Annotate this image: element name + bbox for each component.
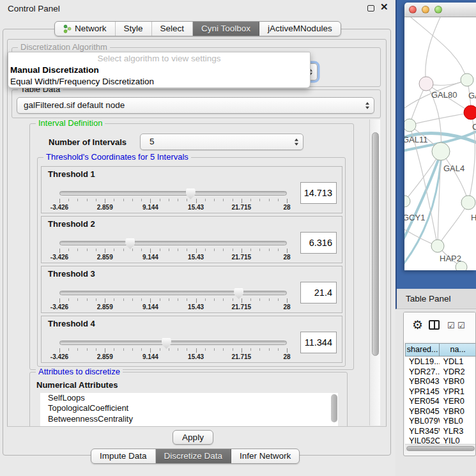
- tick-mark: [96, 348, 96, 351]
- node-label: GAL4: [443, 164, 464, 173]
- threshold-slider[interactable]: [59, 291, 287, 295]
- checkbox-icon[interactable]: ☑: [457, 321, 465, 330]
- apply-button[interactable]: Apply: [173, 430, 213, 445]
- horizontal-scrollbar-thumb[interactable]: [406, 446, 475, 451]
- table-row[interactable]: YBR045CYBR0: [405, 406, 476, 417]
- slider-thumb[interactable]: [186, 188, 196, 199]
- tick-label: 2.859: [97, 303, 113, 311]
- table-row[interactable]: YLR345WYLR3: [405, 426, 476, 436]
- tick-mark: [187, 298, 187, 301]
- gear-icon[interactable]: ⚙: [412, 318, 423, 332]
- split-columns-icon[interactable]: [429, 320, 440, 330]
- float-window-icon[interactable]: [367, 5, 374, 12]
- tab-discretize-data[interactable]: Discretize Data: [156, 449, 232, 463]
- tick-mark: [77, 298, 78, 301]
- attribute-list-item[interactable]: BetweennessCentrality: [40, 414, 338, 424]
- minimize-traffic-light-icon[interactable]: [422, 6, 429, 13]
- slider-thumb[interactable]: [234, 288, 243, 299]
- panel-scrollbar[interactable]: [369, 119, 380, 426]
- tick-mark: [123, 249, 124, 251]
- close-traffic-light-icon[interactable]: [409, 6, 417, 13]
- tick-mark: [250, 199, 251, 201]
- tick-label: 28: [283, 254, 290, 261]
- network-edge[interactable]: [438, 151, 441, 246]
- numerical-attributes-list[interactable]: SelfLoopsTopologicalCoefficientBetweenne…: [40, 393, 338, 426]
- network-edge[interactable]: [411, 17, 467, 80]
- threshold-label: Threshold 2: [48, 219, 95, 229]
- table-row[interactable]: YPR145WYPR1: [405, 387, 476, 397]
- column-header-name[interactable]: na...: [440, 343, 476, 357]
- slider-ticks: [59, 199, 287, 204]
- tab-infer-network[interactable]: Infer Network: [231, 449, 299, 463]
- slider-thumb[interactable]: [125, 238, 135, 249]
- network-node[interactable]: [461, 196, 475, 210]
- tab-impute-data[interactable]: Impute Data: [91, 449, 156, 463]
- node-label: C: [472, 122, 476, 132]
- zoom-traffic-light-icon[interactable]: [434, 6, 442, 13]
- tick-mark: [132, 298, 133, 301]
- tab-jactivemnodules[interactable]: jActiveMNodules: [259, 22, 341, 36]
- tick-mark: [223, 298, 224, 301]
- threshold-value-field[interactable]: 11.344: [300, 332, 337, 353]
- panel-scrollbar-thumb[interactable]: [372, 132, 379, 356]
- tick-mark: [160, 199, 160, 201]
- dropdown-item[interactable]: Equal Width/Frequency Discretization: [8, 76, 310, 88]
- network-edge[interactable]: [438, 203, 468, 246]
- network-node[interactable]: [464, 105, 476, 119]
- network-node[interactable]: [431, 240, 444, 252]
- num-intervals-label: Number of Intervals: [49, 137, 127, 147]
- network-node[interactable]: [404, 119, 416, 132]
- dropdown-item[interactable]: Manual Discretization: [8, 65, 310, 76]
- tick-mark: [169, 199, 169, 201]
- table-data-combobox[interactable]: galFiltered.sif default node: [17, 97, 374, 114]
- tick-mark: [114, 348, 114, 351]
- column-header-shared-name[interactable]: shared...: [405, 343, 440, 357]
- table-row[interactable]: YBR043CYBR0: [405, 376, 476, 387]
- tick-mark: [250, 249, 251, 251]
- num-intervals-combobox[interactable]: 5: [140, 134, 303, 150]
- network-node[interactable]: [404, 196, 410, 207]
- threshold-slider[interactable]: [59, 341, 287, 345]
- tick-mark: [96, 298, 96, 301]
- checkbox-icon[interactable]: ☑: [447, 321, 455, 330]
- tick-label: 21.715: [232, 303, 252, 311]
- slider-thumb[interactable]: [162, 338, 171, 349]
- attributes-title: Attributes to discretize: [36, 367, 123, 377]
- network-edge[interactable]: [426, 17, 440, 84]
- network-node[interactable]: [432, 142, 450, 160]
- slider-ticks: [59, 298, 287, 303]
- attribute-list-item[interactable]: TopologicalCoefficient: [40, 403, 338, 413]
- network-node[interactable]: [461, 73, 473, 86]
- attribute-list-item[interactable]: SelfLoops: [40, 393, 338, 403]
- table-row[interactable]: YBL079WYBL0: [405, 416, 476, 426]
- threshold-slider[interactable]: [59, 191, 287, 196]
- horizontal-scrollbar[interactable]: [405, 444, 476, 451]
- network-node[interactable]: [456, 261, 467, 270]
- table-row[interactable]: YER054CYER0: [405, 396, 476, 406]
- threshold-value-field[interactable]: 21.4: [300, 282, 337, 303]
- tab-style[interactable]: Style: [116, 22, 152, 36]
- tab-select[interactable]: Select: [152, 22, 194, 36]
- tab-cyni-toolbox[interactable]: Cyni Toolbox: [193, 22, 259, 36]
- network-window-titlebar[interactable]: [404, 3, 476, 17]
- list-scrollbar[interactable]: [331, 394, 337, 422]
- network-canvas[interactable]: GAL80GACGAL11GAL4GCY1HHAP2: [404, 17, 476, 270]
- tick-mark: [178, 199, 178, 201]
- cell-name: YBR0: [440, 406, 476, 417]
- threshold-slider[interactable]: [59, 241, 287, 245]
- close-icon[interactable]: ✕: [380, 1, 388, 13]
- threshold-label: Threshold 4: [48, 319, 95, 328]
- table-panel-titlebar: Table Panel: [395, 289, 476, 309]
- cell-shared-name: YBL079W: [405, 416, 440, 426]
- tab-network[interactable]: Network: [55, 22, 116, 36]
- threshold-value-field[interactable]: 6.316: [300, 232, 337, 254]
- tick-label: 28: [283, 204, 290, 211]
- tick-label: 28: [283, 353, 290, 360]
- network-node[interactable]: [419, 77, 433, 91]
- threshold-value-field[interactable]: 14.713: [300, 182, 337, 204]
- tab-label: Infer Network: [240, 449, 291, 463]
- table-row[interactable]: YDR27...YDR2: [405, 367, 476, 377]
- table-row[interactable]: YIL052CYIL0: [405, 436, 476, 443]
- tick-mark: [150, 348, 151, 353]
- table-row[interactable]: YDL19...YDL1: [405, 357, 476, 367]
